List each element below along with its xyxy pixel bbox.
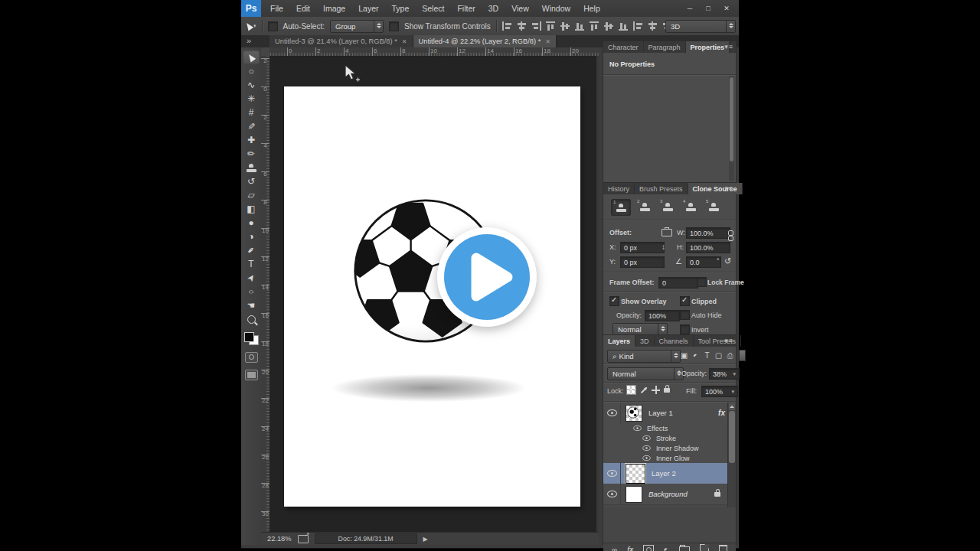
clone-height-field[interactable]: 100.0%: [686, 242, 730, 253]
invert-checkbox[interactable]: [680, 324, 690, 334]
layer-opacity-field[interactable]: 38%▾: [709, 368, 740, 380]
visibility-eye-icon[interactable]: [633, 425, 641, 431]
clone-tab-brush-presets[interactable]: Brush Presets: [635, 183, 688, 194]
gradient-tool[interactable]: ◧: [243, 202, 260, 216]
brush-tool[interactable]: ✏: [243, 147, 260, 161]
document-scrollbar[interactable]: [596, 56, 599, 533]
pen-tool[interactable]: ✒: [243, 243, 260, 257]
blend-mode-dropdown[interactable]: Normal: [607, 367, 684, 380]
status-arrow-icon[interactable]: ▶: [423, 536, 428, 543]
effect-row-effects[interactable]: Effects: [603, 423, 728, 434]
menu-3d[interactable]: 3D: [488, 4, 498, 13]
eye-column[interactable]: [603, 484, 621, 504]
distribute-top-icon[interactable]: [590, 21, 599, 31]
auto-select-scope-dropdown[interactable]: Group: [330, 20, 384, 33]
lock-frame-checkbox[interactable]: [697, 277, 707, 287]
clone-y-field[interactable]: 0 px: [620, 256, 665, 268]
menu-help[interactable]: Help: [583, 4, 600, 13]
toolbar-collapse-chevron[interactable]: »: [247, 35, 251, 46]
menu-layer[interactable]: Layer: [358, 4, 378, 13]
clone-stamp-tool[interactable]: [243, 161, 260, 174]
properties-tab-properties[interactable]: Properties: [686, 41, 730, 53]
layer-fx-badge[interactable]: fx: [718, 409, 725, 417]
auto-select-checkbox[interactable]: [268, 21, 278, 31]
align-left-icon[interactable]: [502, 21, 512, 31]
eye-column[interactable]: [603, 463, 621, 484]
scrollbar-thumb[interactable]: [729, 411, 735, 463]
new-group-icon[interactable]: [679, 546, 690, 551]
lock-move-icon[interactable]: [652, 386, 660, 394]
filter-toggle[interactable]: [739, 350, 746, 361]
layers-tab-tool-presets[interactable]: Tool Presets: [694, 335, 742, 347]
menu-window[interactable]: Window: [542, 4, 570, 13]
clone-source-stamp-2[interactable]: 2: [635, 199, 654, 214]
visibility-eye-icon[interactable]: [607, 470, 617, 477]
close-tab-icon[interactable]: ✕: [402, 38, 407, 45]
align-center-h-icon[interactable]: [517, 21, 527, 31]
pasteboard[interactable]: [270, 56, 596, 533]
layers-tab-layers[interactable]: Layers: [603, 335, 635, 347]
auto-hide-checkbox[interactable]: [680, 310, 690, 320]
screen-mode-button[interactable]: [245, 370, 258, 380]
blur-tool[interactable]: ●: [243, 216, 260, 230]
link-wh-icon[interactable]: [727, 230, 733, 241]
panel-menu-icon[interactable]: ▾≡: [724, 184, 733, 192]
clone-tab-history[interactable]: History: [603, 183, 635, 194]
effect-row-stroke[interactable]: Stroke: [603, 433, 728, 444]
layers-tab-3d[interactable]: 3D: [635, 335, 655, 347]
close-tab-icon[interactable]: ✕: [545, 38, 550, 45]
document-info[interactable]: Doc: 24.9M/31.1M: [315, 533, 417, 544]
menu-file[interactable]: File: [270, 4, 283, 13]
move-tool[interactable]: [243, 51, 260, 64]
menu-image[interactable]: Image: [323, 4, 345, 13]
clone-source-stamp-5[interactable]: 5: [704, 199, 723, 214]
clone-source-stamp-4[interactable]: 4: [681, 199, 700, 214]
clone-source-lock-icon[interactable]: [662, 229, 672, 236]
layers-tab-channels[interactable]: Channels: [655, 335, 694, 347]
clone-source-stamp-1[interactable]: 1: [611, 199, 631, 216]
panel-menu-icon[interactable]: ▾≡: [724, 43, 733, 51]
show-overlay-checkbox[interactable]: [609, 296, 619, 306]
healing-brush-tool[interactable]: ✚: [243, 133, 260, 147]
properties-tab-character[interactable]: Character: [603, 41, 644, 53]
clone-opacity-field[interactable]: 100%: [645, 310, 680, 321]
layer-filter-dropdown[interactable]: ⌕ Kind: [607, 350, 681, 363]
distribute-left-icon[interactable]: [633, 21, 643, 31]
history-brush-tool[interactable]: ↺: [243, 174, 260, 188]
shape-layer-filter-icon[interactable]: ▢: [713, 350, 724, 360]
color-swatches[interactable]: [244, 332, 259, 345]
properties-tab-paragraph[interactable]: Paragraph: [644, 41, 686, 53]
eye-column[interactable]: [603, 403, 621, 423]
shape-tool[interactable]: ○: [243, 285, 260, 298]
marquee-tool[interactable]: ○: [243, 64, 260, 78]
flip-icon[interactable]: ↕: [662, 243, 665, 251]
layer-thumbnail[interactable]: [626, 486, 642, 503]
clone-source-stamp-3[interactable]: 3: [658, 199, 677, 214]
lasso-tool[interactable]: ∿: [243, 78, 260, 92]
delete-layer-icon[interactable]: [719, 545, 727, 551]
layer-thumbnail[interactable]: [626, 405, 642, 422]
minimize-button[interactable]: ─: [682, 3, 697, 14]
eraser-tool[interactable]: ▱: [243, 188, 260, 202]
smart-object-filter-icon[interactable]: ⎙: [724, 350, 736, 360]
menu-filter[interactable]: Filter: [457, 4, 475, 13]
visibility-eye-icon[interactable]: [642, 455, 650, 461]
clipped-checkbox[interactable]: [680, 296, 690, 306]
clone-x-field[interactable]: 0 px: [620, 242, 665, 253]
menu-type[interactable]: Type: [391, 4, 409, 13]
dodge-tool[interactable]: ◑: [243, 230, 260, 243]
layer-thumbnail[interactable]: [626, 464, 645, 484]
current-tool-chip[interactable]: ▾: [246, 22, 256, 30]
effect-row-inner-shadow[interactable]: Inner Shadow: [603, 443, 728, 454]
zoom-tool[interactable]: [243, 312, 260, 326]
document-tab-active[interactable]: Untitled-4 @ 22.2% (Layer 2, RGB/8) *✕: [413, 35, 557, 47]
workspace-dropdown[interactable]: 3D: [665, 20, 736, 33]
distribute-bottom-icon[interactable]: [619, 21, 629, 31]
foreground-color-swatch[interactable]: [244, 332, 254, 342]
align-bottom-icon[interactable]: [575, 21, 585, 31]
canvas[interactable]: [284, 86, 580, 507]
layers-scrollbar[interactable]: [727, 403, 736, 507]
path-selection-tool[interactable]: ➤: [243, 271, 260, 285]
new-layer-icon[interactable]: [700, 544, 709, 551]
visibility-eye-icon[interactable]: [607, 491, 617, 497]
